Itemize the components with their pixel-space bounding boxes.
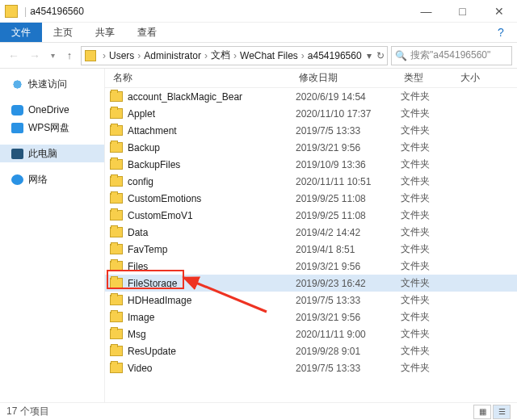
- folder-icon: [110, 261, 123, 271]
- nav-back-button[interactable]: ←: [5, 47, 23, 65]
- search-input[interactable]: 🔍 搜索"a454196560": [391, 46, 512, 65]
- breadcrumb-sep: ›: [233, 50, 237, 61]
- sidebar-item-cloud[interactable]: OneDrive: [0, 101, 104, 119]
- breadcrumb-seg[interactable]: Administrator: [144, 50, 201, 61]
- table-row[interactable]: account_BlackMagic_Bear2020/6/19 14:54文件…: [105, 88, 517, 105]
- file-name: Files: [128, 261, 148, 272]
- folder-icon: [110, 159, 123, 170]
- table-row[interactable]: FavTemp2019/4/1 8:51文件夹: [105, 241, 517, 258]
- address-folder-icon: [85, 50, 96, 61]
- file-date: 2019/9/25 11:08: [296, 210, 401, 221]
- breadcrumb-seg[interactable]: 文档: [211, 48, 230, 62]
- file-type: 文件夹: [401, 208, 457, 222]
- file-name: Backup: [128, 142, 160, 153]
- col-size[interactable]: 大小: [457, 71, 517, 85]
- file-date: 2019/7/5 13:33: [296, 363, 401, 374]
- nav-forward-button[interactable]: →: [26, 47, 44, 65]
- column-headers: 名称 修改日期 类型 大小: [105, 69, 517, 88]
- ribbon-tab-share[interactable]: 共享: [84, 23, 126, 42]
- minimize-button[interactable]: —: [408, 0, 444, 23]
- breadcrumb-seg[interactable]: WeChat Files: [240, 50, 298, 61]
- address-bar[interactable]: › Users › Administrator › 文档 › WeChat Fi…: [81, 46, 388, 65]
- table-row[interactable]: Image2019/3/21 9:56文件夹: [105, 309, 517, 326]
- file-type: 文件夹: [401, 293, 457, 307]
- folder-icon: [5, 5, 18, 18]
- file-date: 2019/9/23 16:42: [296, 278, 401, 289]
- file-type: 文件夹: [401, 361, 457, 375]
- sidebar-item-wps[interactable]: WPS网盘: [0, 119, 104, 136]
- table-row[interactable]: Data2019/4/2 14:42文件夹: [105, 224, 517, 241]
- file-date: 2019/3/21 9:56: [296, 261, 401, 272]
- sidebar-item-net[interactable]: 网络: [0, 170, 104, 188]
- file-name: Data: [128, 227, 148, 238]
- file-date: 2019/7/5 13:33: [296, 295, 401, 306]
- file-name: Attachment: [128, 125, 177, 136]
- table-row[interactable]: CustomEmotions2019/9/25 11:08文件夹: [105, 190, 517, 207]
- folder-icon: [110, 125, 123, 136]
- search-placeholder: 搜索"a454196560": [410, 48, 490, 62]
- file-name: HDHeadImage: [128, 295, 191, 306]
- table-row[interactable]: Backup2019/3/21 9:56文件夹: [105, 139, 517, 156]
- ribbon-help-button[interactable]: ?: [485, 23, 517, 42]
- net-icon: [11, 174, 23, 185]
- table-row[interactable]: Applet2020/11/10 17:37文件夹: [105, 105, 517, 122]
- file-type: 文件夹: [401, 141, 457, 154]
- file-type: 文件夹: [401, 158, 457, 171]
- sidebar-item-label: 此电脑: [28, 147, 57, 161]
- table-row[interactable]: HDHeadImage2019/7/5 13:33文件夹: [105, 292, 517, 309]
- sidebar-item-star[interactable]: 快速访问: [0, 75, 104, 93]
- file-date: 2020/11/11 10:51: [296, 176, 401, 187]
- file-type: 文件夹: [401, 310, 457, 324]
- table-row[interactable]: FileStorage2019/9/23 16:42文件夹: [105, 275, 517, 292]
- col-date[interactable]: 修改日期: [296, 71, 401, 85]
- col-name[interactable]: 名称: [110, 71, 296, 85]
- file-name: FavTemp: [128, 244, 167, 255]
- file-name: Applet: [128, 108, 155, 120]
- folder-icon: [110, 227, 123, 237]
- view-buttons: ▦ ☰: [473, 405, 511, 419]
- file-date: 2020/6/19 14:54: [296, 91, 401, 103]
- file-rows: account_BlackMagic_Bear2020/6/19 14:54文件…: [105, 88, 517, 402]
- table-row[interactable]: config2020/11/11 10:51文件夹: [105, 173, 517, 190]
- table-row[interactable]: Attachment2019/7/5 13:33文件夹: [105, 122, 517, 139]
- file-date: 2020/11/10 17:37: [296, 108, 401, 120]
- ribbon-tab-file[interactable]: 文件: [0, 23, 42, 42]
- address-dropdown-icon[interactable]: ▾: [367, 50, 372, 61]
- col-type[interactable]: 类型: [401, 71, 457, 85]
- window-title: a454196560: [30, 6, 84, 17]
- sidebar: 快速访问OneDriveWPS网盘此电脑网络: [0, 69, 105, 402]
- nav-history-dropdown[interactable]: ▾: [47, 47, 58, 65]
- file-type: 文件夹: [401, 124, 457, 137]
- title-separator: |: [24, 6, 27, 17]
- file-date: 2019/7/5 13:33: [296, 125, 401, 136]
- file-type: 文件夹: [401, 242, 457, 256]
- table-row[interactable]: Msg2020/11/11 9:00文件夹: [105, 326, 517, 342]
- refresh-icon[interactable]: ↻: [376, 50, 385, 61]
- close-button[interactable]: ✕: [481, 0, 517, 23]
- breadcrumb-seg[interactable]: Users: [109, 50, 134, 61]
- file-type: 文件夹: [401, 276, 457, 290]
- maximize-button[interactable]: □: [444, 0, 481, 23]
- ribbon-tab-home[interactable]: 主页: [42, 23, 84, 42]
- file-type: 文件夹: [401, 225, 457, 239]
- cloud-icon: [11, 105, 23, 116]
- file-date: 2020/11/11 9:00: [296, 329, 401, 340]
- sidebar-item-pc[interactable]: 此电脑: [0, 145, 104, 162]
- view-large-icons-button[interactable]: ▦: [473, 405, 491, 419]
- file-type: 文件夹: [401, 259, 457, 273]
- nav-up-button[interactable]: ↑: [61, 47, 78, 65]
- table-row[interactable]: Video2019/7/5 13:33文件夹: [105, 359, 517, 376]
- table-row[interactable]: CustomEmoV12019/9/25 11:08文件夹: [105, 207, 517, 224]
- ribbon-tab-view[interactable]: 查看: [126, 23, 168, 42]
- file-date: 2019/9/25 11:08: [296, 193, 401, 204]
- file-type: 文件夹: [401, 344, 457, 358]
- view-details-button[interactable]: ☰: [493, 405, 511, 419]
- table-row[interactable]: ResUpdate2019/9/28 9:01文件夹: [105, 342, 517, 359]
- sidebar-item-label: OneDrive: [28, 104, 69, 116]
- table-row[interactable]: Files2019/3/21 9:56文件夹: [105, 258, 517, 275]
- table-row[interactable]: BackupFiles2019/10/9 13:36文件夹: [105, 156, 517, 173]
- file-name: Image: [128, 312, 154, 323]
- breadcrumb-seg[interactable]: a454196560: [308, 50, 362, 61]
- file-date: 2019/4/1 8:51: [296, 244, 401, 255]
- breadcrumb-sep: ›: [137, 50, 141, 61]
